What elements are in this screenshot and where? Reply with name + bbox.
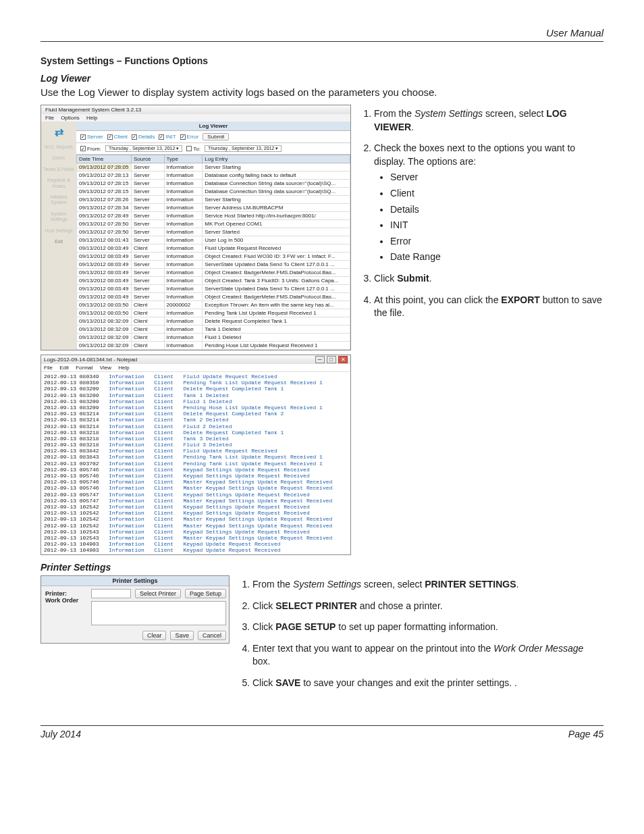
nav-users[interactable]: Users	[43, 155, 75, 161]
minimize-icon[interactable]: ─	[315, 356, 325, 363]
cb-init[interactable]: ✓INIT	[159, 134, 176, 140]
menu-options[interactable]: Options	[61, 115, 80, 121]
select-printer-button[interactable]: Select Printer	[135, 589, 181, 598]
cb-server[interactable]: ✓Server	[80, 134, 103, 140]
table-row[interactable]: 09/13/2012 07:28:26ServerInformationServ…	[77, 196, 350, 204]
table-row[interactable]: 09/13/2012 08:32:09ClientInformationDele…	[77, 317, 350, 325]
clear-button[interactable]: Clear	[142, 631, 167, 640]
table-row[interactable]: 09/13/2012 07:28:50ServerInformationMK P…	[77, 220, 350, 228]
np-menu-edit[interactable]: Edit	[59, 365, 69, 371]
np-menu-format[interactable]: Format	[76, 365, 92, 371]
to-date[interactable]: Thursday , September 13, 2012 ▾	[205, 145, 281, 152]
log-viewer-window: Fluid Management System Client 3.2.13 Fi…	[41, 105, 351, 350]
cb-from[interactable]: ✓From:	[80, 146, 101, 152]
footer-left: July 2014	[41, 729, 81, 739]
page-setup-button[interactable]: Page Setup	[185, 589, 226, 598]
opt-server: Server	[390, 171, 603, 184]
table-row[interactable]: 09/13/2012 07:28:34ServerInformationServ…	[77, 204, 350, 212]
table-row[interactable]: 09/13/2012 07:28:05ServerInformationServ…	[77, 163, 350, 172]
section-heading: System Settings – Functions Options	[41, 55, 603, 66]
table-row[interactable]: 09/13/2012 07:28:50ServerInformationServ…	[77, 228, 350, 236]
printer-instructions: From the System Settings screen, select …	[239, 575, 603, 698]
col-type[interactable]: Type	[164, 155, 203, 163]
step-1: From the System Settings screen, select …	[374, 107, 603, 134]
page-footer: July 2014 Page 45	[41, 725, 603, 739]
table-row[interactable]: 09/13/2012 08:03:49ServerInformationObje…	[77, 269, 350, 277]
notepad-window: Logs-2012-09-14-081344.txt - Notepad ─ □…	[41, 355, 351, 555]
table-row[interactable]: 09/13/2012 07:28:15ServerInformationData…	[77, 180, 350, 188]
table-row[interactable]: 09/13/2012 08:32:09ClientInformationTank…	[77, 325, 350, 334]
printer-panel-title: Printer Settings	[41, 576, 229, 586]
table-row[interactable]: 09/13/2012 08:03:49ServerInformationObje…	[77, 293, 350, 301]
table-row[interactable]: 09/13/2012 08:03:49ServerInformationObje…	[77, 253, 350, 261]
app-logo-icon: ⇄	[50, 124, 68, 139]
table-row[interactable]: 09/13/2012 08:01:43ServerInformationUser…	[77, 236, 350, 244]
log-table: Date Time Source Type Log Entry 09/13/20…	[76, 155, 350, 350]
nav-system-settings[interactable]: System Settings	[43, 211, 75, 223]
app-title: Fluid Management System Client 3.2.13	[41, 105, 350, 114]
table-row[interactable]: 09/13/2012 08:03:49ClientInformationFlui…	[77, 244, 350, 253]
log-viewer-heading: Log Viewer	[41, 73, 603, 84]
log-viewer-instructions: From the System Settings screen, select …	[360, 105, 603, 328]
nav-exit[interactable]: Exit	[43, 239, 75, 244]
cancel-button[interactable]: Cancel	[198, 631, 226, 640]
table-row[interactable]: 09/13/2012 08:32:09ClientInformationPend…	[77, 342, 350, 350]
window-controls[interactable]: ─ □ ✕	[315, 356, 348, 363]
cb-error[interactable]: ✓Error	[180, 134, 199, 140]
opt-init: INIT	[390, 219, 603, 232]
step-2: Check the boxes next to the options you …	[374, 142, 603, 264]
maximize-icon[interactable]: □	[327, 356, 336, 363]
table-row[interactable]: 09/13/2012 08:32:09ClientInformationFlui…	[77, 334, 350, 342]
cb-to[interactable]: To:	[186, 146, 200, 152]
np-menu-help[interactable]: Help	[118, 365, 129, 371]
footer-right: Page 45	[568, 729, 603, 739]
col-entry[interactable]: Log Entry	[203, 155, 350, 163]
from-date[interactable]: Thursday , September 13, 2012 ▾	[105, 145, 182, 152]
table-row[interactable]: 09/13/2012 07:28:49ServerInformationServ…	[77, 212, 350, 220]
step-3: Click Submit.	[374, 272, 603, 286]
opt-client: Client	[390, 187, 603, 201]
p-step-4: Enter text that you want to appear on th…	[252, 642, 603, 669]
printer-settings-heading: Printer Settings	[41, 562, 603, 573]
nav-host-settings[interactable]: Host Settings	[43, 228, 75, 234]
nav-init[interactable]: Initialize System	[43, 194, 75, 206]
p-step-3: Click PAGE SETUP to set up paper formatt…	[252, 621, 603, 634]
app-menu[interactable]: File Options Help	[41, 114, 350, 122]
notepad-menu[interactable]: File Edit Format View Help	[41, 364, 350, 372]
col-source[interactable]: Source	[132, 155, 165, 163]
p-step-1: From the System Settings screen, select …	[252, 578, 603, 592]
col-datetime[interactable]: Date Time	[77, 155, 132, 163]
close-icon[interactable]: ✕	[338, 356, 348, 363]
nav-wo-reports[interactable]: W.O. Reports	[43, 145, 75, 150]
p-step-5: Click SAVE to save your changes and exit…	[252, 677, 603, 690]
label-printer: Printer:	[45, 590, 84, 597]
table-row[interactable]: 09/13/2012 08:03:50ClientInformationPend…	[77, 309, 350, 317]
notepad-body: 2012-09-13 080349 Information Client Flu…	[41, 372, 350, 554]
notepad-title: Logs-2012-09-14-081344.txt - Notepad	[44, 357, 137, 363]
menu-help[interactable]: Help	[86, 115, 97, 121]
table-row[interactable]: 09/13/2012 07:28:15ServerInformationData…	[77, 188, 350, 196]
printer-input[interactable]	[91, 589, 131, 598]
workorder-textarea[interactable]	[91, 601, 226, 625]
nav-tanks[interactable]: Tanks & Fluids	[43, 167, 75, 172]
filter-row: ✓Server ✓Client ✓Details ✓INIT ✓Error Su…	[76, 131, 350, 143]
table-row[interactable]: 09/13/2012 08:03:49ServerInformationServ…	[77, 285, 350, 293]
p-step-2: Click SELECT PRINTER and chose a printer…	[252, 600, 603, 613]
np-menu-file[interactable]: File	[44, 365, 53, 371]
opt-daterange: Date Range	[390, 251, 603, 264]
save-button[interactable]: Save	[170, 631, 194, 640]
label-workorder: Work Order	[45, 597, 84, 604]
cb-details[interactable]: ✓Details	[132, 134, 155, 140]
cb-client[interactable]: ✓Client	[107, 134, 128, 140]
opt-details: Details	[390, 203, 603, 217]
np-menu-view[interactable]: View	[100, 365, 111, 371]
app-sidebar: ⇄ W.O. Reports Users Tanks & Fluids Keyp…	[41, 122, 76, 350]
submit-button[interactable]: Submit	[203, 133, 229, 140]
table-row[interactable]: 09/13/2012 08:03:49ServerInformationObje…	[77, 277, 350, 285]
table-row[interactable]: 09/13/2012 08:03:50Client20000002Excepti…	[77, 301, 350, 309]
nav-keypads[interactable]: Keypads & Hoses	[43, 178, 75, 189]
log-viewer-intro: Use the Log Viewer to display system act…	[41, 86, 603, 98]
menu-file[interactable]: File	[45, 115, 54, 121]
table-row[interactable]: 09/13/2012 08:03:49ServerInformationServ…	[77, 261, 350, 269]
table-row[interactable]: 09/13/2012 07:28:13ServerInformationData…	[77, 172, 350, 180]
